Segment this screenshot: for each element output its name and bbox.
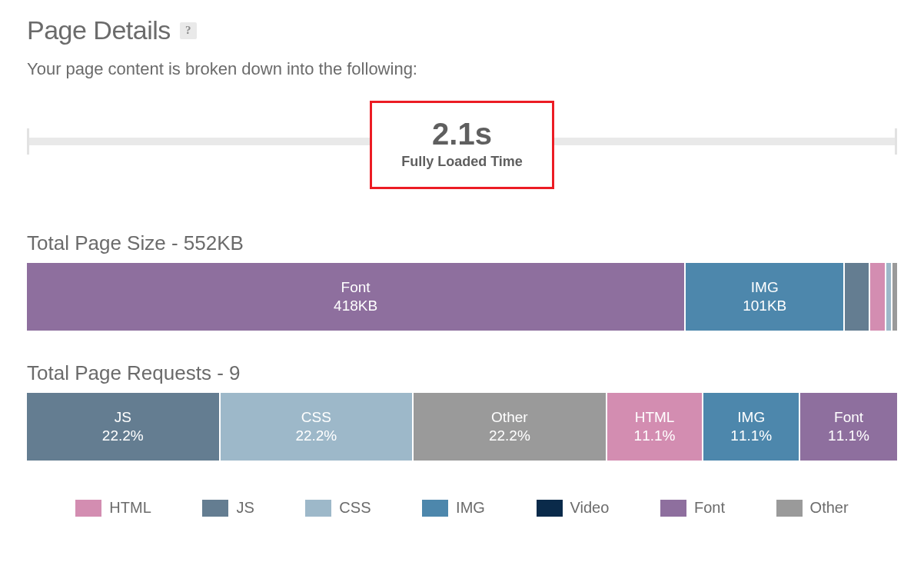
legend-swatch [75,500,101,517]
legend-item-video[interactable]: Video [537,499,610,517]
legend-swatch [305,500,331,517]
segment-css[interactable]: CSS22.2% [221,393,414,461]
segment-label: Font [341,278,371,297]
legend-label: JS [236,499,254,517]
page-requests-title: Total Page Requests - 9 [27,361,897,385]
segment-font[interactable]: Font11.1% [800,393,897,461]
page-requests-bar: JS22.2%CSS22.2%Other22.2%HTML11.1%IMG11.… [27,393,897,461]
fully-loaded-label: Fully Loaded Time [395,154,529,170]
page-size-title: Total Page Size - 552KB [27,231,897,255]
legend-swatch [537,500,563,517]
segment-value: 22.2% [102,427,144,445]
segment-value: 11.1% [730,427,772,445]
segment-other[interactable]: Other22.2% [414,393,607,461]
segment-value: 11.1% [828,427,869,445]
legend-label: CSS [339,499,371,517]
segment-label: IMG [737,408,765,427]
segment-label: CSS [301,408,331,427]
legend-label: IMG [456,499,485,517]
segment-js[interactable] [845,263,870,331]
timeline-tick-start [27,128,29,155]
segment-css[interactable] [886,263,892,331]
segment-label: IMG [751,278,779,297]
legend-swatch [776,500,803,517]
legend-swatch [422,500,448,517]
segment-label: Other [491,408,528,427]
segment-img[interactable]: IMG101KB [686,263,845,331]
help-icon[interactable]: ? [180,22,197,39]
legend-label: HTML [109,499,151,517]
segment-value: 11.1% [634,427,676,445]
legend-label: Font [694,499,725,517]
segment-html[interactable] [870,263,886,331]
segment-img[interactable]: IMG11.1% [703,393,800,461]
load-timeline: 2.1s Fully Loaded Time [27,108,897,201]
segment-value: 101KB [743,297,786,315]
timeline-tick-end [895,128,897,155]
segment-js[interactable]: JS22.2% [27,393,221,461]
segment-value: 22.2% [489,427,530,445]
legend-label: Video [570,499,610,517]
legend: HTMLJSCSSIMGVideoFontOther [27,491,897,517]
legend-item-js[interactable]: JS [202,499,254,517]
legend-item-html[interactable]: HTML [75,499,151,517]
segment-value: 418KB [334,297,377,315]
legend-swatch [202,500,228,517]
segment-value: 22.2% [295,427,337,445]
fully-loaded-box: 2.1s Fully Loaded Time [370,101,554,189]
intro-text: Your page content is broken down into th… [27,59,897,79]
segment-other[interactable] [892,263,897,331]
segment-html[interactable]: HTML11.1% [607,393,704,461]
legend-item-other[interactable]: Other [776,499,849,517]
legend-swatch [660,500,686,517]
segment-label: JS [115,408,131,427]
page-size-bar: Font418KBIMG101KB [27,263,897,331]
fully-loaded-value: 2.1s [395,117,529,151]
legend-item-img[interactable]: IMG [422,499,485,517]
legend-item-font[interactable]: Font [660,499,725,517]
segment-font[interactable]: Font418KB [27,263,686,331]
legend-label: Other [810,499,849,517]
segment-label: HTML [635,408,675,427]
legend-item-css[interactable]: CSS [305,499,371,517]
page-title: Page Details [27,15,171,45]
segment-label: Font [834,408,863,427]
